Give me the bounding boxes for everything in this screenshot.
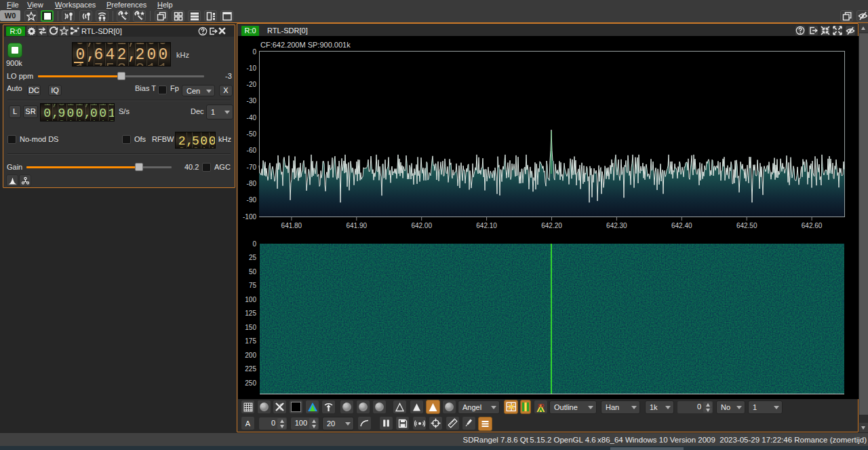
svg-text:-60: -60 bbox=[247, 147, 257, 154]
svg-text:642.50: 642.50 bbox=[736, 222, 757, 229]
svg-text:642.40: 642.40 bbox=[671, 222, 692, 229]
svg-text:-20: -20 bbox=[247, 81, 257, 88]
svg-text:175: 175 bbox=[245, 337, 256, 345]
svg-text:25: 25 bbox=[249, 254, 257, 261]
svg-text:0: 0 bbox=[252, 240, 256, 248]
svg-text:150: 150 bbox=[245, 324, 256, 331]
svg-text:641.90: 641.90 bbox=[347, 222, 368, 229]
svg-text:225: 225 bbox=[245, 365, 256, 373]
svg-text:642.30: 642.30 bbox=[606, 222, 627, 229]
svg-text:50: 50 bbox=[249, 268, 257, 276]
svg-text:-80: -80 bbox=[247, 180, 257, 187]
svg-text:642.20: 642.20 bbox=[541, 222, 562, 229]
svg-text:642.60: 642.60 bbox=[802, 222, 823, 229]
svg-text:125: 125 bbox=[245, 310, 256, 317]
svg-text:642.10: 642.10 bbox=[476, 222, 497, 229]
svg-text:3D: 3D bbox=[538, 402, 545, 409]
svg-text:CF:642.200M SP:900.001k: CF:642.200M SP:900.001k bbox=[260, 41, 351, 49]
svg-text:75: 75 bbox=[249, 282, 257, 289]
svg-text:250: 250 bbox=[245, 379, 256, 387]
svg-text:200: 200 bbox=[245, 352, 256, 359]
svg-text:-30: -30 bbox=[247, 97, 257, 105]
svg-text:-50: -50 bbox=[247, 130, 257, 138]
svg-text:641.80: 641.80 bbox=[281, 222, 302, 229]
svg-text:-70: -70 bbox=[247, 164, 257, 171]
svg-text:0: 0 bbox=[252, 48, 256, 56]
svg-text:-40: -40 bbox=[247, 114, 257, 121]
svg-text:-90: -90 bbox=[247, 196, 257, 204]
svg-text:-100: -100 bbox=[243, 213, 256, 221]
svg-text:-10: -10 bbox=[247, 64, 257, 72]
svg-text:642.00: 642.00 bbox=[411, 222, 432, 229]
svg-text:100: 100 bbox=[245, 296, 256, 303]
